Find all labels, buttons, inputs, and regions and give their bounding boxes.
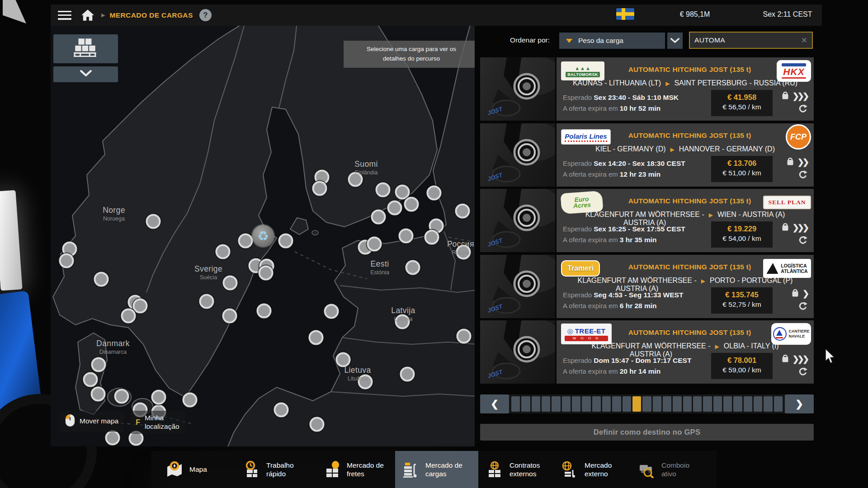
cargo-offer-row[interactable]: JOST ◎TREE-ETW O O D AUTOMATIC HITCHING … [480,320,814,384]
page-block[interactable] [744,396,752,412]
sort-dropdown[interactable]: Peso da carga [559,33,665,49]
page-block[interactable] [582,396,590,412]
city-marker[interactable] [371,210,386,225]
cargo-offer-row[interactable]: JOST Polaris Lines AUTOMATIC HITCHING JO… [480,123,814,187]
search-input[interactable]: AUTOMA ✕ [689,32,813,49]
city-marker[interactable] [324,304,339,319]
page-block[interactable] [774,396,783,412]
city-marker[interactable] [376,183,391,197]
city-marker[interactable] [400,367,415,382]
page-block[interactable] [562,396,571,412]
city-marker[interactable] [222,309,237,324]
city-marker[interactable] [146,214,161,229]
city-marker[interactable] [91,357,106,372]
city-marker[interactable] [274,403,289,418]
cargo-offer-row[interactable]: JOST ▲▲▲BALTOMORSK AUTOMATIC HITCHING JO… [480,57,814,121]
nav-item-extmarket[interactable]: Mercado externo [554,451,630,488]
ets2-cargo-market-screen: ▶ MERCADO DE CARGAS ? € 985,1M Sex 2:11 … [0,0,868,488]
city-marker[interactable] [257,304,272,319]
city-marker[interactable] [387,201,402,216]
page-block-active[interactable] [632,396,641,412]
city-marker[interactable] [309,330,324,345]
previous-page-button[interactable]: ❮ [480,394,509,413]
weight-icon [791,288,799,299]
city-marker[interactable] [456,245,471,260]
city-marker[interactable] [358,375,373,389]
next-page-button[interactable]: ❯ [785,394,814,413]
collapse-panel-button[interactable] [53,66,118,82]
nav-item-map[interactable]: Mapa [159,451,227,488]
world-map[interactable]: NorgeNoruegaSverigeSuéciaSuomiFinlândiaE… [51,26,475,446]
page-block[interactable] [572,396,580,412]
menu-icon[interactable] [58,11,71,20]
page-block[interactable] [663,396,671,412]
set-gps-destination-button[interactable]: Definir como destino no GPS [480,424,814,441]
city-marker[interactable] [395,314,410,329]
page-block[interactable] [552,396,560,412]
city-marker[interactable] [399,229,414,244]
page-block[interactable] [511,396,520,412]
city-marker[interactable] [199,294,214,309]
page-block[interactable] [754,396,762,412]
city-marker[interactable] [312,181,327,196]
city-marker[interactable] [457,329,472,344]
city-marker[interactable] [223,276,238,291]
city-marker[interactable] [310,417,325,432]
city-marker[interactable] [183,393,198,408]
page-block[interactable] [592,396,601,412]
city-marker[interactable] [348,172,363,187]
help-icon[interactable]: ? [199,9,212,21]
sort-expand-button[interactable] [667,33,683,49]
page-block[interactable] [623,396,631,412]
city-marker[interactable] [367,237,382,252]
page-block[interactable] [642,396,651,412]
city-marker[interactable] [216,244,231,259]
page-block[interactable] [653,396,661,412]
page-block[interactable] [764,396,772,412]
cargo-offer-row[interactable]: JOST Trameri AUTOMATIC HITCHING JOST (13… [480,255,814,318]
nav-item-freight[interactable]: Mercado de fretes [316,451,394,488]
nav-item-contracts[interactable]: Contratos externos [479,451,560,488]
price-box: € 135.745 € 52,75 / km [711,287,773,314]
page-block[interactable] [723,396,732,412]
city-marker[interactable] [94,272,109,287]
page-track[interactable] [509,396,785,412]
city-marker[interactable] [133,299,148,314]
page-block[interactable] [532,396,540,412]
city-marker[interactable] [404,197,419,212]
home-icon[interactable] [81,9,94,21]
clear-search-icon[interactable]: ✕ [801,36,807,45]
city-marker[interactable] [238,234,253,249]
city-marker[interactable] [406,260,420,275]
cargo-title: AUTOMATIC HITCHING JOST (135 t) [611,263,769,271]
nav-item-cargo[interactable]: Mercado de cargas [395,451,478,488]
breadcrumb: MERCADO DE CARGAS [109,11,193,19]
return-loop-icon [798,170,808,181]
city-marker[interactable] [91,387,106,402]
page-block[interactable] [713,396,722,412]
page-block[interactable] [693,396,702,412]
cargo-view-button[interactable] [53,34,118,63]
page-block[interactable] [521,396,530,412]
city-marker[interactable] [83,372,98,387]
city-marker[interactable] [59,253,74,268]
city-marker[interactable] [151,390,166,405]
nav-item-convoy[interactable]: Comboio ativo [631,451,708,488]
city-marker[interactable] [278,234,293,249]
city-marker[interactable] [455,204,470,219]
city-marker[interactable] [336,352,351,367]
page-block[interactable] [733,396,742,412]
page-block[interactable] [703,396,712,412]
page-block[interactable] [542,396,550,412]
city-marker[interactable] [121,309,136,324]
page-block[interactable] [612,396,621,412]
city-marker[interactable] [114,389,129,404]
nav-item-quickjob[interactable]: Trabalho rápido [236,451,312,488]
page-block[interactable] [683,396,692,412]
cargo-offer-row[interactable]: JOST Euro Acres AUTOMATIC HITCHING JOST … [480,189,814,252]
city-marker[interactable] [425,230,439,245]
city-marker[interactable] [427,186,442,201]
page-block[interactable] [602,396,611,412]
page-block[interactable] [673,396,681,412]
city-marker[interactable] [259,266,274,281]
